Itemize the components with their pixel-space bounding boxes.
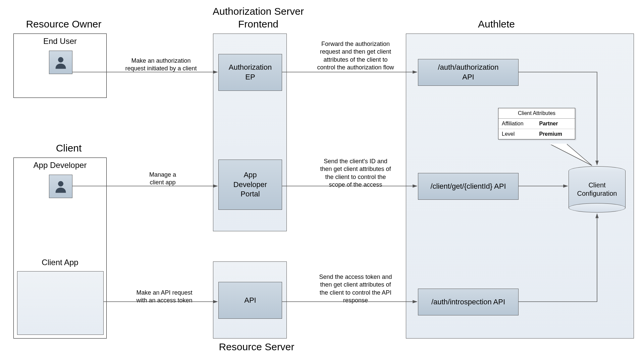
- client-configuration-db: Client Configuration: [569, 171, 626, 208]
- arrow-label-2: Forward the authorization request and th…: [304, 40, 408, 72]
- callout-row-0-value: Partner: [536, 119, 575, 129]
- arrow-label-3: Manage a client app: [132, 171, 193, 187]
- end-user-label: End User: [14, 37, 106, 46]
- callout-row-0-key: Affiliation: [498, 119, 536, 129]
- arrow-label-6: Send the access token and then get clien…: [304, 273, 408, 305]
- app-developer-portal-node: App Developer Portal: [218, 160, 282, 210]
- auth-authorization-api-node: /auth/authorization API: [418, 59, 519, 86]
- arrow-label-1: Make an authorization request initiated …: [114, 57, 208, 73]
- resource-owner-container: End User: [13, 34, 107, 98]
- client-app-box: [17, 271, 104, 335]
- authorization-ep-node: Authorization EP: [218, 54, 282, 91]
- svg-point-0: [58, 57, 63, 62]
- app-developer-avatar: [49, 175, 72, 198]
- section-resource-owner-label: Resource Owner: [13, 18, 114, 30]
- resource-server-container: API: [213, 261, 287, 339]
- section-authlete-label: Authlete: [446, 18, 547, 30]
- auth-introspection-api-node: /auth/introspection API: [418, 289, 519, 315]
- api-node: API: [218, 282, 282, 319]
- section-auth-server-frontend-label: Authorization Server Frontend: [198, 5, 319, 30]
- svg-point-1: [58, 181, 63, 186]
- section-resource-server-label: Resource Server: [206, 341, 307, 353]
- user-icon: [53, 55, 68, 70]
- client-attributes-table: Client Attributes Affiliation Partner Le…: [498, 108, 575, 139]
- client-get-api-node: /client/get/{clientId} API: [418, 173, 519, 200]
- client-configuration-label: Client Configuration: [569, 171, 626, 208]
- app-developer-label: App Developer: [14, 161, 106, 170]
- client-container: App Developer Client App: [13, 158, 107, 339]
- client-attributes-callout: Client Attributes Affiliation Partner Le…: [498, 108, 575, 139]
- callout-row-1-value: Premium: [536, 129, 575, 139]
- arrow-label-4: Send the client's ID and then get client…: [304, 158, 408, 189]
- diagram-canvas: Resource Owner Client Authorization Serv…: [0, 0, 644, 362]
- client-app-label: Client App: [14, 258, 106, 267]
- callout-row-1-key: Level: [498, 129, 536, 139]
- user-icon: [53, 179, 68, 194]
- end-user-avatar: [49, 51, 72, 74]
- callout-title: Client Attributes: [498, 108, 575, 119]
- auth-server-frontend-container: Authorization EP App Developer Portal: [213, 34, 287, 231]
- section-client-label: Client: [35, 142, 102, 154]
- arrow-label-5: Make an API request with an access token: [117, 289, 211, 305]
